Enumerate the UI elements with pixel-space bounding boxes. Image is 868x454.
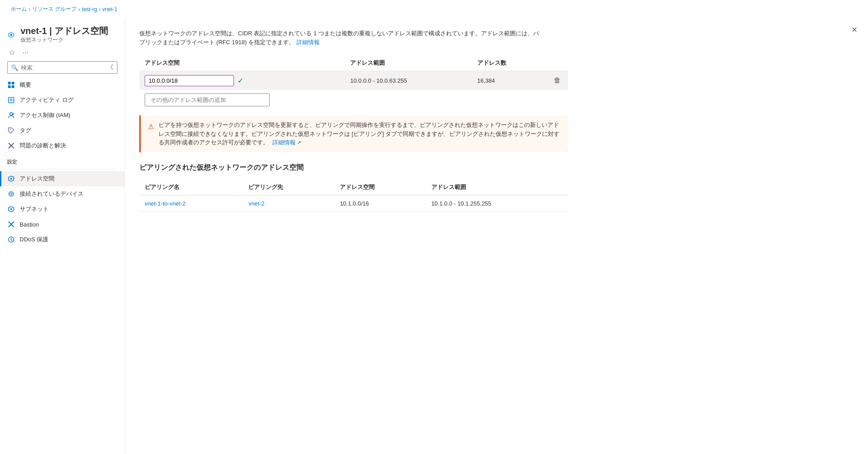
table-row: ✓ 10.0.0.0 - 10.0.63.255 16,384 🗑 (139, 71, 568, 90)
svg-point-11 (13, 35, 15, 37)
sidebar-item-label-access-control: アクセス制御 (IAM) (20, 111, 70, 119)
breadcrumb-resource-group[interactable]: リソース グループ (32, 5, 76, 13)
svg-point-13 (8, 35, 9, 37)
breadcrumb-sep3: › (99, 6, 100, 13)
breadcrumb-home[interactable]: ホーム (11, 5, 27, 13)
delete-address-button[interactable]: 🗑 (552, 75, 563, 86)
warning-icon: ⚠ (148, 122, 154, 132)
diagnose-icon (7, 142, 15, 150)
sidebar-item-address-space[interactable]: アドレス空間 (0, 171, 125, 186)
ddos-icon (7, 235, 15, 244)
sidebar-item-access-control[interactable]: アクセス制御 (IAM) (0, 108, 125, 123)
sidebar-nav: 概要 アクティビティ ログ アクセス制御 (IAM) タグ (0, 77, 125, 247)
breadcrumb-test-rg[interactable]: test-rg (82, 6, 97, 13)
svg-rect-17 (8, 85, 11, 88)
close-button[interactable]: ✕ (851, 25, 857, 34)
page-subtitle: 仮想ネットワーク (21, 36, 108, 44)
sidebar-item-tags[interactable]: タグ (0, 123, 125, 138)
breadcrumb-vnet1[interactable]: vnet-1 (102, 6, 117, 13)
sidebar-item-label-ddos: DDoS 保護 (20, 235, 48, 244)
svg-point-12 (11, 37, 12, 38)
external-link-icon: ↗ (297, 140, 301, 145)
address-space-icon (7, 175, 15, 183)
bastion-icon (7, 220, 15, 228)
search-box: 🔍 《 (7, 61, 117, 74)
svg-point-24 (10, 129, 11, 130)
warning-detail-link[interactable]: 詳細情報 (272, 139, 296, 146)
sidebar-item-diagnose[interactable]: 問題の診断と解決 (0, 138, 125, 153)
breadcrumb: ホーム › リソース グループ › test-rg › vnet-1 (0, 0, 868, 18)
favorite-button[interactable]: ☆ (7, 47, 17, 58)
svg-point-9 (11, 31, 12, 33)
add-address-row (139, 90, 568, 110)
address-table: アドレス空間 アドレス範囲 アドレス数 ✓ 10.0.0.0 - 10.0 (139, 55, 568, 110)
delete-cell: 🗑 (547, 71, 568, 90)
breadcrumb-sep1: › (29, 6, 30, 13)
svg-point-33 (10, 208, 12, 210)
warning-text: ピアを持つ仮想ネットワークのアドレス空間を更新すると、ピアリングで同期操作を実行… (159, 121, 561, 147)
subnets-icon (7, 205, 15, 213)
more-button[interactable]: ··· (21, 48, 30, 58)
sidebar-item-connected-devices[interactable]: 接続されているデバイス (0, 186, 125, 202)
breadcrumb-sep2: › (78, 6, 80, 13)
svg-point-10 (13, 33, 15, 34)
peering-address-space-cell: 10.1.0.0/16 (334, 195, 426, 212)
peering-col-dest: ピアリング先 (243, 180, 334, 195)
sidebar-item-subnets[interactable]: サブネット (0, 202, 125, 217)
warning-box: ⚠ ピアを持つ仮想ネットワークのアドレス空間を更新すると、ピアリングで同期操作を… (139, 115, 568, 152)
activity-log-icon (7, 96, 15, 104)
peering-name-cell: vnet-1-to-vnet-2 (139, 195, 243, 212)
svg-point-28 (10, 178, 12, 180)
sidebar-item-label-address-space: アドレス空間 (20, 175, 54, 183)
svg-rect-16 (12, 82, 14, 84)
col-header-address-count: アドレス数 (472, 55, 547, 71)
address-range-cell: 10.0.0.0 - 10.0.63.255 (345, 71, 472, 90)
table-row: vnet-1-to-vnet-2 vnet-2 10.1.0.0/16 10.1… (139, 195, 568, 212)
sidebar-item-label-overview: 概要 (20, 81, 31, 89)
search-icon: 🔍 (11, 64, 18, 71)
sidebar-item-label-bastion: Bastion (20, 221, 39, 228)
peering-address-range-cell: 10.1.0.0 - 10.1.255.255 (426, 195, 568, 212)
overview-icon (7, 81, 15, 89)
settings-section-label: 設定 (0, 153, 125, 167)
peering-dest-link[interactable]: vnet-2 (248, 200, 264, 207)
col-header-address-space: アドレス空間 (139, 55, 345, 71)
sidebar-item-ddos[interactable]: DDoS 保護 (0, 232, 125, 247)
search-input[interactable] (21, 64, 101, 71)
sidebar-item-activity-log[interactable]: アクティビティ ログ (0, 92, 125, 108)
sidebar-header: vnet-1 | アドレス空間 仮想ネットワーク (0, 18, 125, 47)
peering-col-name: ピアリング名 (139, 180, 243, 195)
vnet-logo-icon (7, 31, 15, 39)
sidebar-item-label-subnets: サブネット (20, 205, 49, 213)
sidebar-item-label-activity-log: アクティビティ ログ (20, 96, 74, 104)
access-control-icon (7, 111, 15, 119)
detail-link[interactable]: 詳細情報 (296, 39, 320, 46)
sidebar-item-label-diagnose: 問題の診断と解決 (20, 142, 66, 150)
page-title: vnet-1 | アドレス空間 (21, 25, 108, 36)
peering-col-address-space: アドレス空間 (334, 180, 426, 195)
sidebar-toolbar: ☆ ··· (0, 47, 125, 61)
svg-point-2 (10, 34, 12, 36)
sidebar-item-label-connected-devices: 接続されているデバイス (20, 190, 83, 198)
connected-devices-icon (7, 190, 15, 198)
content-description: 仮想ネットワークのアドレス空間は、CIDR 表記に指定されている 1 つまたは複… (139, 29, 541, 46)
content-area: ✕ 仮想ネットワークのアドレス空間は、CIDR 表記に指定されている 1 つまた… (125, 18, 868, 454)
sidebar-item-overview[interactable]: 概要 (0, 77, 125, 92)
svg-rect-15 (8, 82, 11, 84)
tags-icon (7, 126, 15, 135)
svg-rect-18 (12, 85, 14, 88)
col-header-address-range: アドレス範囲 (345, 55, 472, 71)
peering-dest-cell: vnet-2 (243, 195, 334, 212)
address-count-cell: 16,384 (472, 71, 547, 90)
collapse-sidebar-button[interactable]: 《 (107, 63, 113, 71)
svg-rect-19 (8, 97, 14, 103)
svg-point-14 (8, 33, 9, 34)
peering-section-title: ピアリングされた仮想ネットワークのアドレス空間 (139, 163, 854, 172)
sidebar: vnet-1 | アドレス空間 仮想ネットワーク ☆ ··· 🔍 《 概要 (0, 18, 125, 454)
add-address-input[interactable] (145, 93, 270, 106)
address-cidr-cell: ✓ (139, 71, 345, 90)
address-cidr-input[interactable] (145, 75, 234, 86)
valid-check-icon: ✓ (238, 76, 243, 85)
peering-name-link[interactable]: vnet-1-to-vnet-2 (145, 200, 186, 207)
sidebar-item-bastion[interactable]: Bastion (0, 217, 125, 232)
